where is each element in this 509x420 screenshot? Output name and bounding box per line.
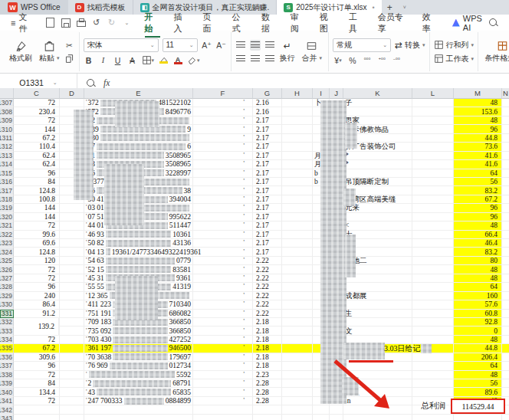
g-cell[interactable]: 2.17 [253, 186, 282, 195]
e-cell[interactable]: '703 430427252 [84, 336, 193, 344]
n-cell[interactable] [502, 283, 509, 291]
fx-icon[interactable]: fx [103, 78, 110, 87]
m-cell[interactable]: 83.2 [454, 248, 502, 256]
g-cell[interactable]: 2.28 [253, 379, 282, 388]
l-cell[interactable] [412, 257, 454, 265]
decrease-font-button[interactable]: A⁻ [216, 40, 227, 51]
e-cell[interactable]: '52 1583581 [84, 265, 193, 274]
m-cell[interactable]: 96 [454, 213, 502, 221]
h-cell[interactable] [282, 379, 313, 388]
column-header-E[interactable]: E [84, 88, 193, 99]
column-header-M[interactable]: M [454, 88, 502, 99]
h-cell[interactable] [282, 99, 313, 107]
c-cell[interactable]: 62.4 [14, 160, 60, 169]
h-cell[interactable] [282, 125, 313, 133]
d-cell[interactable] [60, 405, 84, 414]
c-cell[interactable]: 96 [14, 362, 60, 370]
m-cell[interactable]: 96 [454, 125, 502, 133]
m-cell[interactable]: 96 [454, 204, 502, 212]
g-cell[interactable]: 2.17 [253, 169, 282, 178]
f-cell[interactable]: ' [193, 274, 253, 283]
f-cell[interactable]: ' [193, 134, 253, 143]
c-cell[interactable]: 86.4 [14, 300, 60, 309]
h-cell[interactable] [282, 344, 313, 353]
n-cell[interactable] [502, 310, 509, 318]
row-header[interactable]: 1334 [0, 336, 14, 344]
h-cell[interactable] [282, 143, 313, 151]
f-cell[interactable]: ' [193, 221, 253, 230]
c-cell[interactable]: 124.8 [14, 248, 60, 256]
m-cell[interactable]: 44.8 [454, 344, 502, 353]
row-header[interactable]: 1338 [0, 371, 14, 379]
h-cell[interactable] [282, 248, 313, 256]
align-bottom-button[interactable] [264, 40, 275, 51]
c-cell[interactable]: 139.2 [14, 318, 60, 326]
k-cell[interactable] [343, 213, 412, 221]
k-cell[interactable] [343, 415, 412, 420]
column-header-N[interactable]: N [502, 88, 509, 99]
e-cell[interactable]: '268791 [84, 379, 193, 388]
l-cell[interactable] [412, 178, 454, 186]
k-cell[interactable] [343, 300, 412, 309]
c-cell[interactable]: 309.6 [14, 353, 60, 362]
e-cell[interactable]: '913508965 [84, 152, 193, 160]
l-cell[interactable] [412, 239, 454, 248]
f-cell[interactable]: ' [193, 353, 253, 362]
m-cell[interactable]: 92.8 [454, 318, 502, 326]
f-cell[interactable]: ' [193, 362, 253, 370]
row-header[interactable]: 1324 [0, 248, 14, 256]
n-cell[interactable] [502, 248, 509, 256]
c-cell[interactable]: 144 [14, 204, 60, 212]
l-cell[interactable] [412, 265, 454, 274]
m-cell[interactable]: 160 [454, 292, 502, 300]
n-cell[interactable] [502, 353, 509, 362]
g-cell[interactable]: 2.22 [253, 300, 282, 309]
k-cell[interactable] [343, 405, 412, 414]
n-cell[interactable] [502, 231, 509, 239]
c-cell[interactable]: 240 [14, 292, 60, 300]
h-cell[interactable] [282, 415, 313, 420]
g-cell[interactable]: 2.17 [253, 143, 282, 151]
g-cell[interactable]: 2.16 [253, 107, 282, 116]
row-header[interactable]: 1322 [0, 231, 14, 239]
k-cell[interactable]: 文 [343, 326, 412, 335]
n-cell[interactable] [502, 371, 509, 379]
n-cell[interactable] [502, 257, 509, 265]
number-format-select[interactable]: 常规⌄ [333, 38, 391, 52]
f-cell[interactable]: ' [193, 310, 253, 318]
n-cell[interactable] [502, 379, 509, 388]
f-cell[interactable]: ' [193, 326, 253, 335]
e-cell[interactable]: '530 [84, 134, 193, 143]
conditional-format-button[interactable]: 条件格式▾ [482, 40, 509, 64]
d-cell[interactable] [60, 371, 84, 379]
h-cell[interactable] [282, 239, 313, 248]
m-cell[interactable]: 46.4 [454, 239, 502, 248]
m-cell[interactable]: 48 [454, 116, 502, 125]
k-cell[interactable]: 成都展 [343, 292, 412, 300]
e-cell[interactable]: '46 9310361 [84, 231, 193, 239]
n-cell[interactable] [502, 195, 509, 204]
d-cell[interactable] [60, 292, 84, 300]
m-cell[interactable]: 64 [454, 283, 502, 291]
tab-review[interactable]: 审阅 [284, 11, 313, 34]
column-header-F[interactable]: F [193, 88, 253, 99]
g-cell[interactable]: 2.22 [253, 265, 282, 274]
n-cell[interactable] [502, 265, 509, 274]
c-cell[interactable]: 72 [14, 99, 60, 107]
e-cell[interactable]: '70 3638179697 [84, 353, 193, 362]
c-cell[interactable]: 72 [14, 221, 60, 230]
g-cell[interactable]: 2.18 [253, 336, 282, 344]
f-cell[interactable]: ' [193, 300, 253, 309]
m-cell[interactable]: 153.6 [454, 107, 502, 116]
file-menu-button[interactable]: ≡ 文件 [5, 11, 40, 34]
m-cell[interactable]: 60.8 [454, 310, 502, 318]
l-cell[interactable] [412, 362, 454, 370]
h-cell[interactable] [282, 169, 313, 178]
tab-formula[interactable]: 公式 [225, 11, 254, 34]
k-cell[interactable] [343, 107, 412, 116]
row-header[interactable]: 1331 [0, 310, 14, 318]
c-cell[interactable]: 84 [14, 178, 60, 186]
row-header[interactable]: 1332 [0, 318, 14, 326]
row-header[interactable]: 1329 [0, 292, 14, 300]
f-cell[interactable] [193, 415, 253, 420]
